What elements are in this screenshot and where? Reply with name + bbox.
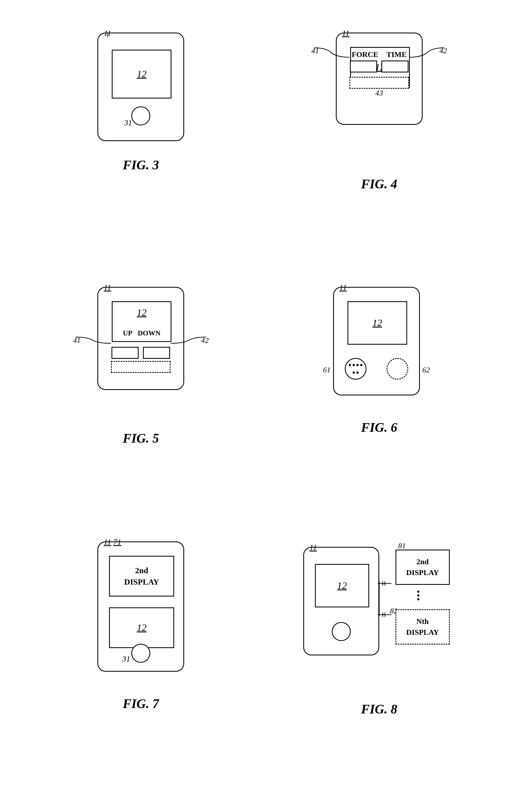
fig4-label: FIG. 4 <box>361 176 397 191</box>
fig8-display2: Nth DISPLAY <box>395 609 450 644</box>
fig8-display1: 2nd DISPLAY <box>395 550 450 585</box>
bracket-left-fig4 <box>314 46 352 60</box>
ref-71-fig7: 71 <box>113 537 121 547</box>
up-label: UP <box>123 329 132 337</box>
ref-62: 62 <box>422 365 430 374</box>
fig8-display2-line2: DISPLAY <box>406 628 439 636</box>
fig3-screen-label: 12 <box>137 68 147 80</box>
fig5-screen: 12 UP DOWN <box>112 301 172 342</box>
fig4-btn-force <box>350 60 377 73</box>
ref-42-fig5: 42 <box>201 336 209 345</box>
fig8-screen-label: 12 <box>337 580 347 591</box>
fig7-bottom-display: 12 <box>109 607 174 648</box>
ref-11-fig4: 11 <box>342 28 350 38</box>
fig7-display-line2: DISPLAY <box>124 577 159 586</box>
fig8-button <box>332 622 351 641</box>
fig8-display1-line2: DISPLAY <box>406 568 439 577</box>
down-label: DOWN <box>138 329 161 337</box>
ref-31-fig7: 31 <box>122 654 130 663</box>
bracket-right-fig5 <box>168 336 206 345</box>
fig5-dashed-btn <box>111 361 171 373</box>
fig8-display1-line1: 2nd <box>416 557 428 566</box>
fig6-screen-label: 12 <box>372 317 382 329</box>
fig8-screen: 12 <box>315 564 369 607</box>
ref-31-fig3: 31 <box>124 118 132 127</box>
time-label: TIME <box>386 50 407 59</box>
fig6-left-ctrl <box>345 358 366 380</box>
fig7-screen-label: 12 <box>137 622 147 633</box>
fig4-dashed-btn <box>349 77 409 89</box>
leader-fig3 <box>89 27 192 49</box>
bracket-right-fig4 <box>406 46 444 60</box>
dots-between-displays <box>417 589 419 602</box>
ref-42: 42 <box>439 46 447 55</box>
fig5-btn-up <box>111 347 139 359</box>
fig8-label: FIG. 8 <box>361 702 397 716</box>
ref-61: 61 <box>323 365 331 374</box>
fig3-button <box>131 106 150 125</box>
fig5-btn-down <box>143 347 170 359</box>
bracket-left-fig5 <box>76 336 114 345</box>
fig7-display-line1: 2nd <box>135 566 148 575</box>
ref-41-fig5: 41 <box>73 336 81 345</box>
fig6-screen: 12 <box>347 301 407 345</box>
fig7-button <box>131 644 150 663</box>
fig7-label: FIG. 7 <box>123 696 159 711</box>
ref-41: 41 <box>311 46 319 55</box>
fig8-display2-line1: Nth <box>416 617 428 626</box>
force-label: FORCE <box>352 50 378 59</box>
vertical-connector <box>376 581 382 616</box>
fig3-label: FIG. 3 <box>123 157 159 172</box>
ref-11-fig6: 11 <box>339 283 347 292</box>
fig6-label: FIG. 6 <box>361 420 397 435</box>
fig4-btn-time <box>381 60 409 73</box>
ref-43: 43 <box>375 89 383 97</box>
ref-81: 81 <box>398 541 406 550</box>
fig3-screen: 12 <box>112 50 172 99</box>
ref-11-fig5: 11 <box>104 283 111 292</box>
fig7-top-display: 2nd DISPLAY <box>109 556 174 597</box>
fig5-screen-label: 12 <box>137 307 147 318</box>
fig6-right-ctrl <box>387 358 408 380</box>
ref-11-fig8: 11 <box>310 543 317 552</box>
fig5-label: FIG. 5 <box>123 431 159 446</box>
ref-11-fig7: 11 <box>104 537 111 547</box>
